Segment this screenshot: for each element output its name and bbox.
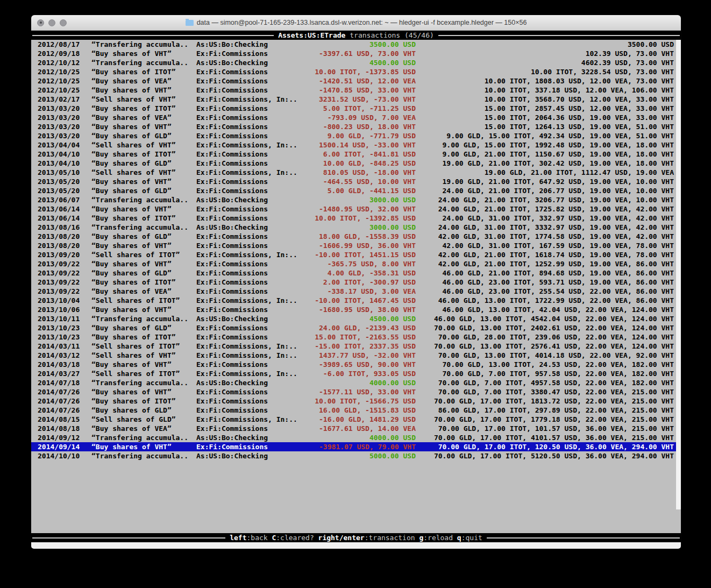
table-row[interactable]: 2013/08/20“Buy shares of GLD”Ex:Fi:Commi…: [31, 232, 681, 241]
table-row[interactable]: 2013/08/20“Buy shares of VHT”Ex:Fi:Commi…: [31, 241, 681, 250]
transaction-date: 2014/03/12: [38, 351, 91, 360]
table-row[interactable]: 2013/06/07“Transfering accumula..As:US:B…: [31, 195, 681, 204]
table-row[interactable]: 2013/03/20“Buy shares of VEA”Ex:Fi:Commi…: [31, 113, 681, 122]
table-row[interactable]: 2014/10/10“Transfering accumula..As:US:B…: [31, 451, 681, 461]
transaction-description: “Sell shares of GLD”: [91, 415, 196, 424]
transaction-description: “Sell shares of VHT”: [91, 168, 196, 177]
transaction-other-account: Ex:Fi:Commissions: [196, 305, 314, 314]
transaction-running-balance: 46.00 GLD, 23.00 ITOT, 593.71 USD, 19.00…: [416, 278, 674, 287]
transaction-description: “Buy shares of GLD”: [91, 406, 196, 415]
transaction-amount: 10.00 ITOT, -1566.75 USD: [314, 396, 416, 406]
transaction-amount: 9.00 GLD, -771.79 USD: [314, 131, 416, 140]
table-row[interactable]: 2013/04/10“Buy shares of GLD”Ex:Fi:Commi…: [31, 159, 681, 168]
transaction-other-account: Ex:Fi:Commissions: [196, 214, 314, 223]
table-row[interactable]: 2013/10/06“Buy shares of VHT”Ex:Fi:Commi…: [31, 305, 681, 314]
table-row[interactable]: 2013/04/10“Buy shares of ITOT”Ex:Fi:Comm…: [31, 150, 681, 159]
table-row[interactable]: 2012/08/17“Transfering accumula..As:US:B…: [31, 40, 681, 49]
table-row[interactable]: 2013/09/20“Sell shares of ITOT”Ex:Fi:Com…: [31, 250, 681, 259]
transaction-amount: -10.00 ITOT, 1467.45 USD: [314, 296, 416, 305]
table-row[interactable]: 2013/10/23“Buy shares of GLD”Ex:Fi:Commi…: [31, 323, 681, 332]
table-row[interactable]: 2014/07/18“Transfering accumula..As:US:B…: [31, 378, 681, 387]
transaction-description: “Sell shares of VHT”: [91, 351, 196, 360]
transaction-date: 2013/08/20: [38, 241, 91, 250]
transaction-description: “Buy shares of VHT”: [91, 259, 196, 268]
table-row[interactable]: 2013/08/16“Transfering accumula..As:US:B…: [31, 223, 681, 232]
table-row[interactable]: 2012/10/25“Buy shares of VHT”Ex:Fi:Commi…: [31, 86, 681, 95]
transaction-description: “Sell shares of ITOT”: [91, 369, 196, 378]
table-row[interactable]: 2013/10/23“Buy shares of ITOT”Ex:Fi:Comm…: [31, 332, 681, 342]
transaction-running-balance: 70.00 GLD, 17.00 ITOT, 101.57 USD, 36.00…: [416, 424, 674, 433]
transaction-other-account: Ex:Fi:Commissions: [196, 232, 314, 241]
table-row[interactable]: 2014/08/18“Buy shares of VEA”Ex:Fi:Commi…: [31, 424, 681, 433]
table-row[interactable]: 2013/09/22“Buy shares of ITOT”Ex:Fi:Comm…: [31, 278, 681, 287]
key-hint-desc: :back: [246, 534, 272, 542]
transaction-running-balance: 4602.39 USD, 73.00 VHT: [416, 58, 674, 67]
close-button[interactable]: [37, 19, 44, 26]
transaction-date: 2014/10/10: [38, 451, 91, 461]
table-row[interactable]: 2013/09/22“Buy shares of GLD”Ex:Fi:Commi…: [31, 268, 681, 278]
table-row[interactable]: 2014/03/12“Sell shares of VHT”Ex:Fi:Comm…: [31, 351, 681, 360]
transaction-running-balance: 24.00 GLD, 21.00 ITOT, 1725.82 USD, 19.0…: [416, 204, 674, 214]
transaction-date: 2013/09/22: [38, 278, 91, 287]
key-hint-right-enter: right/enter: [318, 534, 365, 542]
transaction-description: “Buy shares of VHT”: [91, 387, 196, 396]
table-row[interactable]: 2013/03/20“Buy shares of VHT”Ex:Fi:Commi…: [31, 122, 681, 131]
table-row[interactable]: 2013/02/17“Sell shares of VHT”Ex:Fi:Comm…: [31, 95, 681, 104]
transaction-other-account: Ex:Fi:Commissions: [196, 177, 314, 186]
transaction-description: “Buy shares of VHT”: [91, 442, 196, 451]
transaction-date: 2014/09/12: [38, 433, 91, 442]
screen-header: Assets:US:ETrade transactions (45/46): [31, 31, 681, 40]
transaction-description: “Buy shares of ITOT”: [91, 214, 196, 223]
minimize-button[interactable]: [48, 19, 55, 26]
table-row-selected[interactable]: 2014/09/14“Buy shares of VHT”Ex:Fi:Commi…: [31, 442, 681, 451]
table-row[interactable]: 2013/09/22“Buy shares of VHT”Ex:Fi:Commi…: [31, 259, 681, 268]
transaction-amount: 4000.00 USD: [314, 378, 416, 387]
table-row[interactable]: 2014/07/26“Buy shares of GLD”Ex:Fi:Commi…: [31, 406, 681, 415]
transaction-amount: 2.00 ITOT, -300.97 USD: [314, 278, 416, 287]
table-row[interactable]: 2013/03/20“Buy shares of GLD”Ex:Fi:Commi…: [31, 131, 681, 140]
table-row[interactable]: 2013/05/20“Buy shares of VHT”Ex:Fi:Commi…: [31, 177, 681, 186]
table-row[interactable]: 2014/08/15“Sell shares of GLD”Ex:Fi:Comm…: [31, 415, 681, 424]
transaction-amount: -1680.95 USD, 38.00 VHT: [314, 305, 416, 314]
table-row[interactable]: 2013/06/14“Buy shares of ITOT”Ex:Fi:Comm…: [31, 214, 681, 223]
transaction-date: 2013/06/14: [38, 214, 91, 223]
transaction-other-account: Ex:Fi:Commissions: [196, 122, 314, 131]
table-row[interactable]: 2012/10/12“Transfering accumula..As:US:B…: [31, 58, 681, 67]
table-row[interactable]: 2014/07/26“Buy shares of ITOT”Ex:Fi:Comm…: [31, 396, 681, 406]
transaction-description: “Sell shares of VHT”: [91, 140, 196, 150]
table-row[interactable]: 2013/04/04“Sell shares of VHT”Ex:Fi:Comm…: [31, 140, 681, 150]
table-row[interactable]: 2013/06/14“Buy shares of VHT”Ex:Fi:Commi…: [31, 204, 681, 214]
transaction-running-balance: 3500.00 USD: [416, 40, 674, 49]
table-row[interactable]: 2013/03/20“Buy shares of ITOT”Ex:Fi:Comm…: [31, 104, 681, 113]
zoom-button[interactable]: [60, 19, 67, 26]
table-row[interactable]: 2013/10/04“Sell shares of ITOT”Ex:Fi:Com…: [31, 296, 681, 305]
table-row[interactable]: 2013/09/22“Buy shares of VEA”Ex:Fi:Commi…: [31, 287, 681, 296]
transaction-date: 2012/10/25: [38, 76, 91, 86]
transaction-date: 2013/05/20: [38, 186, 91, 195]
table-row[interactable]: 2014/03/18“Buy shares of VHT”Ex:Fi:Commi…: [31, 360, 681, 369]
transaction-other-account: Ex:Fi:Commissions: [196, 104, 314, 113]
transaction-date: 2013/03/20: [38, 113, 91, 122]
table-row[interactable]: 2014/07/26“Buy shares of VHT”Ex:Fi:Commi…: [31, 387, 681, 396]
table-row[interactable]: 2014/03/27“Sell shares of ITOT”Ex:Fi:Com…: [31, 369, 681, 378]
table-row[interactable]: 2014/03/11“Sell shares of ITOT”Ex:Fi:Com…: [31, 342, 681, 351]
table-row[interactable]: 2013/05/20“Buy shares of GLD”Ex:Fi:Commi…: [31, 186, 681, 195]
window-title-wrap: data — simon@pool-71-165-239-133.lsanca.…: [186, 19, 527, 26]
transaction-description: “Buy shares of GLD”: [91, 131, 196, 140]
transaction-amount: -1420.51 USD, 12.00 VEA: [314, 76, 416, 86]
table-row[interactable]: 2013/10/11“Transfering accumula..As:US:B…: [31, 314, 681, 323]
header-mode-label: transactions (45/46): [350, 31, 434, 39]
transaction-other-account: Ex:Fi:Commissions, In:..: [196, 351, 314, 360]
table-row[interactable]: 2012/09/18“Buy shares of VHT”Ex:Fi:Commi…: [31, 49, 681, 58]
table-row[interactable]: 2012/10/25“Buy shares of VEA”Ex:Fi:Commi…: [31, 76, 681, 86]
table-row[interactable]: 2013/05/10“Sell shares of VHT”Ex:Fi:Comm…: [31, 168, 681, 177]
transaction-amount: -464.55 USD, 10.00 VHT: [314, 177, 416, 186]
table-row[interactable]: 2012/10/25“Buy shares of ITOT”Ex:Fi:Comm…: [31, 67, 681, 76]
transaction-date: 2013/10/23: [38, 332, 91, 342]
transaction-running-balance: 19.00 GLD, 21.00 ITOT, 1112.47 USD, 19.0…: [416, 168, 674, 177]
scrollbar[interactable]: [676, 40, 681, 509]
window-titlebar[interactable]: data — simon@pool-71-165-239-133.lsanca.…: [31, 15, 681, 31]
table-row[interactable]: 2014/09/12“Transfering accumula..As:US:B…: [31, 433, 681, 442]
transaction-description: “Transfering accumula..: [91, 433, 196, 442]
transaction-description: “Buy shares of ITOT”: [91, 150, 196, 159]
